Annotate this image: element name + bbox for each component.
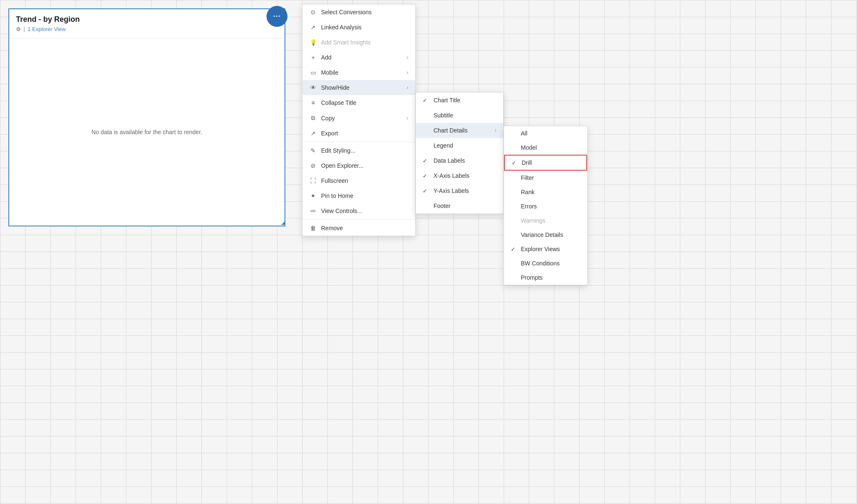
submenu2-item-rank[interactable]: Rank bbox=[504, 185, 587, 199]
chart-title-check: ✓ bbox=[423, 97, 429, 104]
options-button[interactable]: ··· bbox=[267, 6, 287, 27]
menu-item-collapse-title[interactable]: ≡Collapse Title bbox=[303, 95, 415, 110]
dots-icon: ··· bbox=[273, 12, 281, 21]
menu-item-add-smart-insights: 💡Add Smart Insights bbox=[303, 35, 415, 50]
submenu2-item-errors[interactable]: Errors bbox=[504, 199, 587, 213]
view-controls-label: View Controls... bbox=[321, 208, 408, 214]
subtitle-label: Subtitle bbox=[434, 112, 496, 119]
menu-item-select-conversions[interactable]: ⊙Select Conversions bbox=[303, 5, 415, 20]
explorer-views-label: Explorer Views bbox=[521, 246, 580, 252]
x-axis-labels-label: X-Axis Labels bbox=[434, 172, 496, 179]
model-label: Model bbox=[521, 144, 580, 151]
drill-label: Drill bbox=[522, 159, 580, 166]
collapse-title-label: Collapse Title bbox=[321, 99, 408, 106]
menu-divider bbox=[303, 219, 415, 220]
submenu2-item-model[interactable]: Model bbox=[504, 140, 587, 155]
y-axis-labels-label: Y-Axis Labels bbox=[434, 187, 496, 194]
pin-to-home-label: Pin to Home bbox=[321, 192, 408, 199]
copy-label: Copy bbox=[321, 115, 402, 122]
select-conversions-icon: ⊙ bbox=[309, 9, 317, 16]
add-smart-insights-icon: 💡 bbox=[309, 39, 317, 46]
submenu1-item-chart-details[interactable]: Chart Details› bbox=[416, 123, 503, 138]
menu-item-linked-analysis[interactable]: ↗Linked Analysis bbox=[303, 20, 415, 35]
explorer-view-link[interactable]: 1 Explorer View bbox=[28, 26, 66, 32]
x-axis-labels-check: ✓ bbox=[423, 173, 429, 179]
submenu2-item-explorer-views[interactable]: ✓Explorer Views bbox=[504, 242, 587, 256]
showhide-submenu: ✓Chart TitleSubtitleChart Details›Legend… bbox=[415, 92, 504, 214]
explorer-views-check: ✓ bbox=[511, 246, 517, 252]
open-explorer-icon: ⊘ bbox=[309, 162, 317, 169]
menu-divider bbox=[303, 142, 415, 142]
menu-item-mobile[interactable]: ▭Mobile› bbox=[303, 65, 415, 80]
chart-separator: | bbox=[24, 26, 25, 32]
data-labels-check: ✓ bbox=[423, 158, 429, 164]
show-hide-icon: 👁 bbox=[309, 84, 317, 91]
add-arrow: › bbox=[407, 55, 408, 60]
rank-label: Rank bbox=[521, 189, 580, 195]
add-smart-insights-label: Add Smart Insights bbox=[321, 39, 408, 46]
menu-item-remove[interactable]: 🗑Remove bbox=[303, 221, 415, 236]
submenu2-item-all[interactable]: All bbox=[504, 126, 587, 140]
linked-analysis-label: Linked Analysis bbox=[321, 24, 408, 31]
data-labels-label: Data Labels bbox=[434, 157, 496, 164]
submenu2-item-prompts[interactable]: Prompts bbox=[504, 270, 587, 285]
submenu1-item-x-axis-labels[interactable]: ✓X-Axis Labels bbox=[416, 168, 503, 183]
chart-details-arrow: › bbox=[495, 127, 496, 133]
resize-handle[interactable]: ◢ bbox=[279, 220, 285, 226]
collapse-title-icon: ≡ bbox=[309, 99, 317, 106]
menu-item-view-controls[interactable]: ≔View Controls... bbox=[303, 203, 415, 218]
chart-panel: Trend - by Region ⚙ | 1 Explorer View No… bbox=[8, 8, 285, 226]
submenu2-item-filter[interactable]: Filter bbox=[504, 171, 587, 185]
submenu1-item-y-axis-labels[interactable]: ✓Y-Axis Labels bbox=[416, 183, 503, 198]
open-explorer-label: Open Explorer... bbox=[321, 162, 408, 169]
submenu1-item-data-labels[interactable]: ✓Data Labels bbox=[416, 153, 503, 168]
submenu1-item-subtitle[interactable]: Subtitle bbox=[416, 108, 503, 123]
y-axis-labels-check: ✓ bbox=[423, 188, 429, 194]
add-label: Add bbox=[321, 54, 402, 61]
pin-to-home-icon: ✦ bbox=[309, 192, 317, 199]
menu-item-fullscreen[interactable]: ⛶Fullscreen bbox=[303, 173, 415, 188]
menu-item-add[interactable]: +Add› bbox=[303, 50, 415, 65]
chart-body: No data is available for the chart to re… bbox=[9, 38, 285, 226]
explorer-icon: ⚙ bbox=[16, 26, 21, 32]
footer-label: Footer bbox=[434, 203, 496, 209]
chart-details-label: Chart Details bbox=[434, 127, 491, 134]
menu-item-open-explorer[interactable]: ⊘Open Explorer... bbox=[303, 158, 415, 173]
bw-conditions-label: BW Conditions bbox=[521, 260, 580, 267]
submenu2-item-variance-details[interactable]: Variance Details bbox=[504, 228, 587, 242]
submenu1-item-legend[interactable]: Legend bbox=[416, 138, 503, 153]
menu-item-edit-styling[interactable]: ✎Edit Styling... bbox=[303, 143, 415, 158]
export-label: Export bbox=[321, 130, 408, 137]
linked-analysis-icon: ↗ bbox=[309, 24, 317, 31]
show-hide-label: Show/Hide bbox=[321, 84, 402, 91]
remove-label: Remove bbox=[321, 225, 408, 231]
remove-icon: 🗑 bbox=[309, 225, 317, 231]
fullscreen-label: Fullscreen bbox=[321, 177, 408, 184]
show-hide-arrow: › bbox=[407, 85, 408, 91]
menu-item-pin-to-home[interactable]: ✦Pin to Home bbox=[303, 188, 415, 203]
edit-styling-icon: ✎ bbox=[309, 147, 317, 154]
view-controls-icon: ≔ bbox=[309, 208, 317, 214]
submenu1-item-footer[interactable]: Footer bbox=[416, 198, 503, 213]
fullscreen-icon: ⛶ bbox=[309, 177, 317, 184]
edit-styling-label: Edit Styling... bbox=[321, 147, 408, 154]
select-conversions-label: Select Conversions bbox=[321, 9, 408, 16]
errors-label: Errors bbox=[521, 203, 580, 210]
filter-label: Filter bbox=[521, 174, 580, 181]
menu-item-copy[interactable]: ⧉Copy› bbox=[303, 110, 415, 126]
chart-subtitle-row: ⚙ | 1 Explorer View bbox=[16, 26, 278, 32]
menu-item-export[interactable]: ↗Export bbox=[303, 126, 415, 141]
prompts-label: Prompts bbox=[521, 274, 580, 281]
menu-item-show-hide[interactable]: 👁Show/Hide› bbox=[303, 80, 415, 95]
chart-title-label: Chart Title bbox=[434, 97, 496, 104]
context-menu: ⊙Select Conversions↗Linked Analysis💡Add … bbox=[302, 4, 415, 236]
submenu2-item-bw-conditions[interactable]: BW Conditions bbox=[504, 256, 587, 270]
submenu1-item-chart-title[interactable]: ✓Chart Title bbox=[416, 93, 503, 108]
add-icon: + bbox=[309, 54, 317, 61]
chart-title: Trend - by Region bbox=[16, 15, 278, 24]
export-icon: ↗ bbox=[309, 130, 317, 137]
no-data-message: No data is available for the chart to re… bbox=[91, 129, 202, 135]
submenu2-item-drill[interactable]: ✓Drill bbox=[504, 155, 587, 171]
copy-icon: ⧉ bbox=[309, 114, 317, 122]
variance-details-label: Variance Details bbox=[521, 231, 580, 238]
